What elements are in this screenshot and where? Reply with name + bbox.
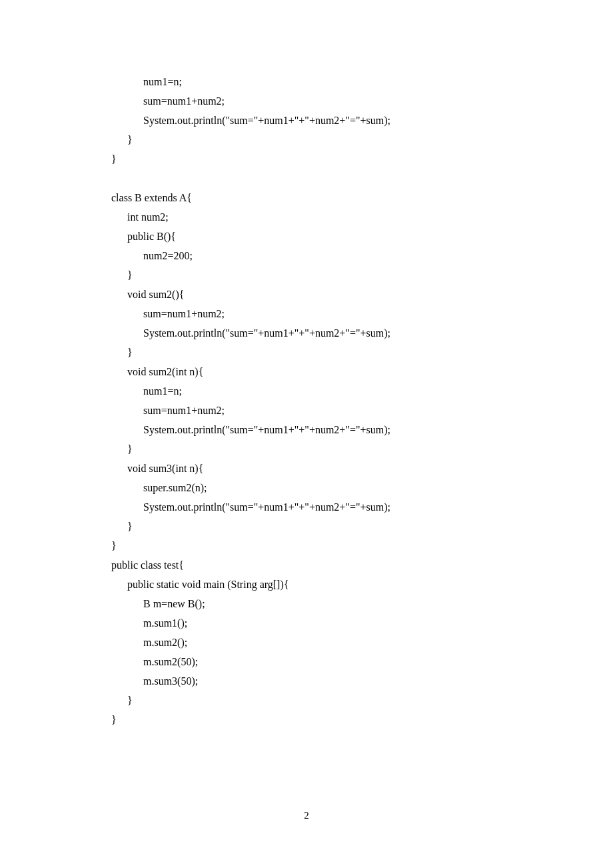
code-line: void sum3(int n){ <box>111 459 613 478</box>
code-line: m.sum3(50); <box>111 671 613 691</box>
code-line: B m=new B(); <box>111 594 613 613</box>
code-line: void sum2(int n){ <box>111 362 613 381</box>
code-line: } <box>111 536 613 555</box>
code-line: num1=n; <box>111 72 613 91</box>
code-line: System.out.println("sum="+num1+"+"+num2+… <box>111 111 613 130</box>
code-line: } <box>111 265 613 285</box>
code-line: } <box>111 130 613 149</box>
code-line: super.sum2(n); <box>111 478 613 497</box>
code-line: num1=n; <box>111 381 613 401</box>
code-line <box>111 169 613 188</box>
code-line: System.out.println("sum="+num1+"+"+num2+… <box>111 323 613 343</box>
code-line: public B(){ <box>111 227 613 246</box>
code-line: } <box>111 149 613 169</box>
code-line: System.out.println("sum="+num1+"+"+num2+… <box>111 497 613 517</box>
code-line: m.sum2(50); <box>111 652 613 671</box>
code-line: } <box>111 343 613 362</box>
code-line: m.sum1(); <box>111 613 613 633</box>
code-line: System.out.println("sum="+num1+"+"+num2+… <box>111 420 613 439</box>
code-line: sum=num1+num2; <box>111 91 613 111</box>
code-line: } <box>111 439 613 459</box>
code-line: sum=num1+num2; <box>111 304 613 323</box>
page-number: 2 <box>0 810 613 821</box>
code-line: public static void main (String arg[]){ <box>111 575 613 594</box>
code-block: num1=n; sum=num1+num2; System.out.printl… <box>111 72 613 729</box>
code-line: public class test{ <box>111 555 613 575</box>
code-line: class B extends A{ <box>111 188 613 207</box>
code-line: } <box>111 691 613 710</box>
code-line: sum=num1+num2; <box>111 401 613 420</box>
code-line: } <box>111 710 613 729</box>
code-line: int num2; <box>111 207 613 227</box>
code-line: num2=200; <box>111 246 613 265</box>
code-line: m.sum2(); <box>111 633 613 652</box>
code-line: void sum2(){ <box>111 285 613 304</box>
code-line: } <box>111 517 613 536</box>
